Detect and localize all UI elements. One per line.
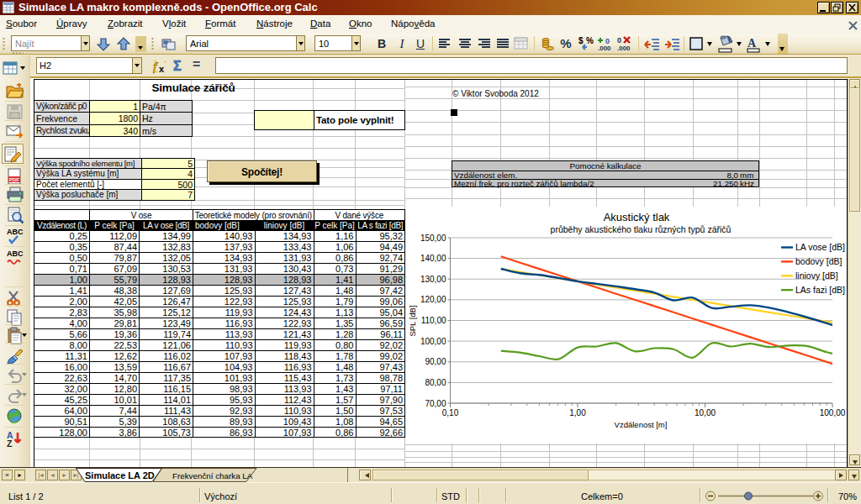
svg-text:f: f <box>153 60 158 73</box>
svg-text:Σ: Σ <box>173 59 182 73</box>
svg-text:PDF: PDF <box>9 177 19 182</box>
svg-text:%: % <box>586 36 594 45</box>
svg-text:x: x <box>159 64 165 74</box>
svg-text:$: $ <box>578 36 584 45</box>
svg-text:A: A <box>747 37 757 50</box>
svg-text:.000: .000 <box>617 45 631 52</box>
svg-text:.000: .000 <box>598 45 611 52</box>
svg-text:ABC: ABC <box>7 249 24 258</box>
svg-text:Z: Z <box>7 438 13 449</box>
svg-text:0: 0 <box>617 36 621 45</box>
svg-text:ABC: ABC <box>7 228 24 236</box>
